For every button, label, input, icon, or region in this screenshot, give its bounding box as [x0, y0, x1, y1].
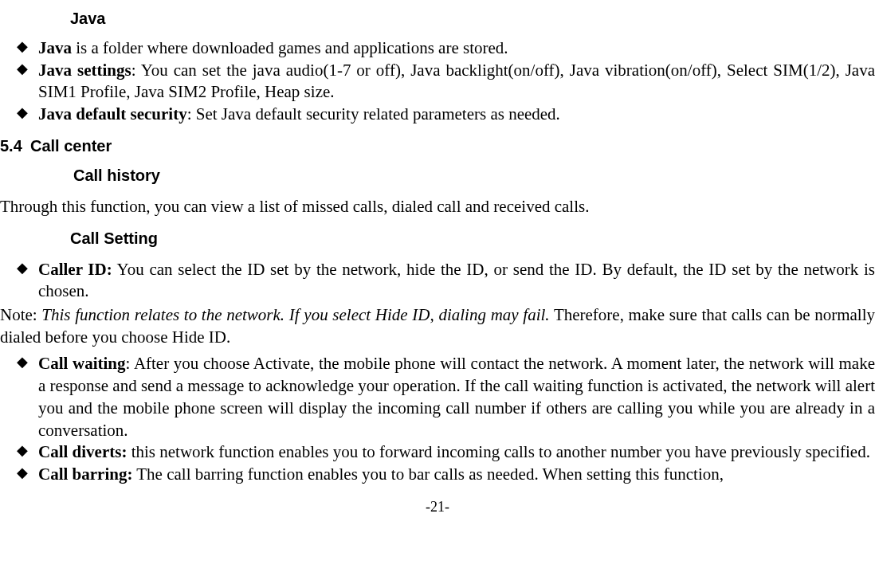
term-rest: : You can set the java audio(1-7 or off)… [38, 61, 875, 102]
diamond-bullet-icon: ◆ [17, 465, 28, 480]
document-page: Java ◆ Java is a folder where downloaded… [0, 10, 875, 515]
term-rest: is a folder where downloaded games and a… [72, 38, 508, 57]
term: Call diverts: [38, 442, 127, 461]
note-paragraph: Note: This function relates to the netwo… [0, 304, 875, 348]
term: Caller ID: [38, 260, 112, 279]
list-item: ◆ Call diverts: this network function en… [0, 441, 875, 464]
section-title: Call center [30, 137, 112, 155]
list-item: ◆ Caller ID: You can select the ID set b… [0, 259, 875, 303]
java-bullet-list: ◆ Java is a folder where downloaded game… [0, 37, 875, 126]
call-setting-bullet-list-2: ◆ Call waiting: After you choose Activat… [0, 353, 875, 485]
section-number: 5.4 [0, 137, 30, 155]
term: Call barring: [38, 465, 132, 484]
term-rest: : After you choose Activate, the mobile … [38, 354, 875, 439]
list-item: ◆ Java is a folder where downloaded game… [0, 37, 875, 60]
term: Call waiting [38, 354, 126, 373]
term-rest: You can select the ID set by the network… [38, 260, 875, 301]
list-item: ◆ Java default security: Set Java defaul… [0, 104, 875, 126]
subheading-call-history: Call history [73, 167, 875, 185]
term: Java default security [38, 104, 187, 123]
diamond-bullet-icon: ◆ [17, 355, 28, 369]
term-rest: The call barring function enables you to… [132, 465, 724, 484]
section-heading: 5.4Call center [0, 137, 875, 155]
diamond-bullet-icon: ◆ [17, 105, 28, 120]
term-rest: : Set Java default security related para… [187, 104, 560, 123]
diamond-bullet-icon: ◆ [17, 261, 28, 275]
diamond-bullet-icon: ◆ [17, 443, 28, 457]
list-item: ◆ Call barring: The call barring functio… [0, 464, 875, 486]
list-item: ◆ Java settings: You can set the java au… [0, 60, 875, 104]
diamond-bullet-icon: ◆ [17, 61, 28, 76]
term: Java settings [38, 61, 131, 80]
note-prefix: Note: [0, 305, 41, 324]
list-item: ◆ Call waiting: After you choose Activat… [0, 353, 875, 441]
heading-java: Java [70, 10, 875, 28]
term-rest: this network function enables you to for… [127, 442, 870, 461]
note-italic: This function relates to the network. If… [41, 305, 549, 324]
page-number: -21- [0, 499, 875, 515]
subheading-call-setting: Call Setting [70, 229, 875, 248]
call-setting-bullet-list-1: ◆ Caller ID: You can select the ID set b… [0, 259, 875, 303]
diamond-bullet-icon: ◆ [17, 39, 28, 53]
call-history-body: Through this function, you can view a li… [0, 196, 875, 218]
term: Java [38, 38, 72, 57]
